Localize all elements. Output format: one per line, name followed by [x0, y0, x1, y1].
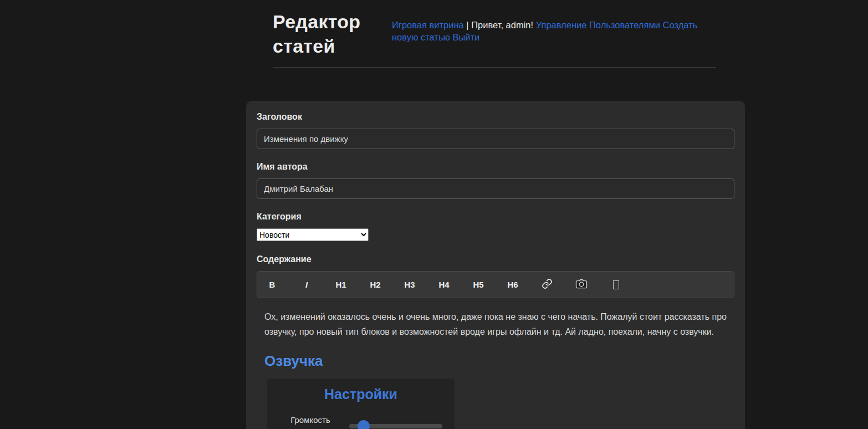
embed-block-icon	[613, 280, 619, 289]
header-divider	[273, 67, 716, 68]
music-volume-row: Громкость музыки:	[267, 413, 455, 429]
article-section-heading: Озвучка	[264, 353, 727, 370]
toolbar-italic-button[interactable]: I	[299, 280, 314, 289]
toolbar-h3-button[interactable]: H3	[402, 280, 417, 289]
article-editor-card: Заголовок Имя автора Категория Новости С…	[246, 101, 745, 429]
toolbar-h2-button[interactable]: H2	[368, 280, 382, 289]
header: Редактор статей Игровая витрина | Привет…	[273, 0, 722, 58]
music-volume-slider[interactable]	[349, 424, 442, 428]
top-nav: Игровая витрина | Привет, admin! Управле…	[392, 10, 701, 58]
link-icon	[542, 278, 553, 291]
nav-separator: |	[466, 20, 468, 30]
author-field-label: Имя автора	[257, 162, 734, 172]
title-field-label: Заголовок	[257, 112, 734, 122]
editor-content-area[interactable]: Ох, изменений оказалось очень и очень мн…	[257, 298, 734, 429]
nav-link-manage-users[interactable]: Управление Пользователями	[536, 20, 660, 30]
settings-widget: Настройки Громкость музыки:	[267, 379, 455, 429]
category-field-label: Категория	[257, 212, 734, 222]
nav-link-logout[interactable]: Выйти	[452, 32, 479, 42]
author-input[interactable]	[257, 178, 734, 199]
page-title: Редактор статей	[273, 10, 392, 58]
settings-widget-title: Настройки	[267, 386, 455, 402]
category-select[interactable]: Новости	[257, 228, 369, 241]
toolbar-h5-button[interactable]: H5	[471, 280, 486, 289]
toolbar-bold-button[interactable]: B	[265, 280, 279, 289]
toolbar-h6-button[interactable]: H6	[506, 280, 520, 289]
music-volume-label: Громкость музыки:	[279, 413, 341, 429]
editor-toolbar: B I H1 H2 H3 H4 H5 H6	[257, 271, 734, 298]
toolbar-image-button[interactable]	[574, 279, 589, 290]
toolbar-h4-button[interactable]: H4	[437, 280, 451, 289]
camera-icon	[575, 279, 588, 290]
title-input[interactable]	[257, 129, 734, 149]
toolbar-embed-button[interactable]	[609, 280, 623, 289]
nav-link-game-showcase[interactable]: Игровая витрина	[392, 20, 464, 30]
article-paragraph: Ох, изменений оказалось очень и очень мн…	[264, 309, 727, 339]
toolbar-link-button[interactable]	[540, 278, 554, 291]
content-field-label: Содержание	[257, 254, 734, 264]
nav-greeting: Привет, admin!	[471, 20, 533, 30]
toolbar-h1-button[interactable]: H1	[334, 280, 348, 289]
